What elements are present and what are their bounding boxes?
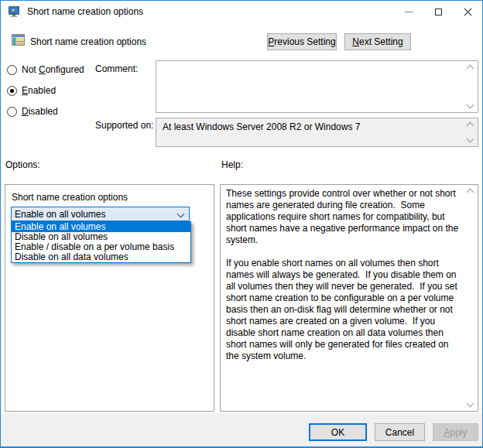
- scroll-down-icon[interactable]: [467, 101, 474, 109]
- setting-title: Short name creation options: [30, 36, 146, 47]
- scroll-down-icon[interactable]: [467, 135, 474, 143]
- supported-on-label: Supported on:: [95, 120, 153, 131]
- radio-unselected-icon: [7, 107, 17, 117]
- radio-unselected-icon: [7, 65, 17, 75]
- close-icon: [463, 7, 473, 17]
- dropdown-item-disable-all[interactable]: Disable on all volumes: [12, 232, 190, 242]
- title-bar[interactable]: Short name creation options: [1, 1, 482, 23]
- dialog-window: Short name creation options Short name c…: [0, 0, 483, 448]
- radio-selected-icon: [7, 86, 17, 96]
- options-panel: Short name creation options Enable on al…: [5, 184, 214, 412]
- scroll-up-icon[interactable]: [467, 122, 474, 130]
- policy-setting-icon: [12, 34, 25, 46]
- dropdown-item-per-volume[interactable]: Enable / disable on a per volume basis: [12, 242, 190, 252]
- chevron-down-icon: [177, 210, 185, 218]
- help-text: These settings provide control over whet…: [221, 185, 478, 411]
- radio-enabled-label: Enabled: [22, 85, 56, 96]
- footer-bar: OK Cancel Apply: [1, 413, 482, 447]
- maximize-icon: [435, 9, 442, 15]
- radio-not-configured-label: Not Configured: [22, 64, 84, 75]
- apply-button: Apply: [433, 423, 478, 441]
- minimize-icon: [405, 12, 413, 12]
- supported-on-box: At least Windows Server 2008 R2 or Windo…: [156, 118, 478, 147]
- radio-disabled[interactable]: Disabled: [7, 106, 58, 117]
- dropdown-item-enable-all[interactable]: Enable on all volumes: [12, 222, 190, 232]
- options-setting-label: Short name creation options: [12, 192, 128, 203]
- radio-enabled[interactable]: Enabled: [7, 85, 56, 96]
- close-button[interactable]: [453, 1, 482, 23]
- window-controls: [394, 1, 482, 23]
- window-title: Short name creation options: [27, 1, 143, 23]
- radio-disabled-label: Disabled: [22, 106, 58, 117]
- minimize-button[interactable]: [394, 1, 423, 23]
- cancel-button[interactable]: Cancel: [375, 423, 425, 441]
- next-setting-button[interactable]: Next Setting: [344, 33, 411, 50]
- options-label: Options:: [5, 159, 40, 170]
- group-policy-app-icon: [8, 5, 20, 18]
- dropdown-item-disable-data[interactable]: Disable on all data volumes: [12, 252, 190, 262]
- previous-setting-button[interactable]: Previous Setting: [267, 33, 337, 50]
- comment-label: Comment:: [95, 63, 138, 74]
- help-label: Help:: [221, 159, 243, 170]
- help-panel[interactable]: These settings provide control over whet…: [220, 184, 478, 412]
- comment-input[interactable]: [156, 60, 478, 113]
- radio-not-configured[interactable]: Not Configured: [7, 64, 84, 75]
- ok-button[interactable]: OK: [309, 423, 367, 441]
- short-name-options-combobox[interactable]: Enable on all volumes: [11, 207, 190, 221]
- supported-on-value: At least Windows Server 2008 R2 or Windo…: [163, 121, 462, 132]
- maximize-button[interactable]: [423, 1, 453, 23]
- combobox-dropdown-list: Enable on all volumes Disable on all vol…: [11, 221, 191, 263]
- scroll-up-icon[interactable]: [467, 65, 474, 73]
- combobox-value: Enable on all volumes: [12, 209, 105, 220]
